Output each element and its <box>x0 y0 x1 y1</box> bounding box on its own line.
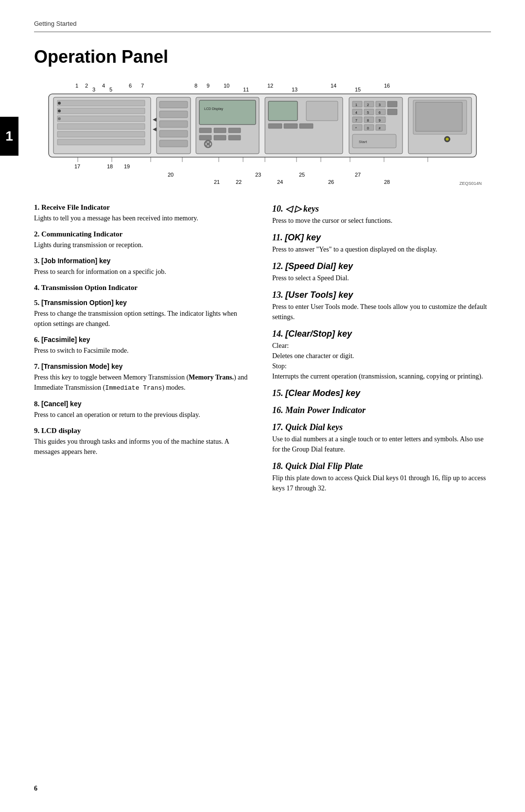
item-11-number: 11. <box>272 233 283 242</box>
left-column: 1. Receive File Indicator Lights to tell… <box>34 203 253 500</box>
item-13: 13. [User Tools] key Press to enter User… <box>272 290 491 322</box>
item-6: 6. [Facsimile] key Press to switch to Fa… <box>34 336 253 356</box>
svg-rect-54 <box>306 101 338 121</box>
svg-text:3: 3 <box>379 103 381 107</box>
item-2-body: Lights during transmission or reception. <box>34 240 253 250</box>
item-10-label: keys <box>303 204 319 214</box>
item-14-title: 14. [Clear/Stop] key <box>272 329 491 339</box>
svg-text:27: 27 <box>355 172 361 178</box>
svg-rect-29 <box>159 111 188 118</box>
item-7-title: 7. [Transmission Mode] key <box>34 362 253 371</box>
svg-text:4: 4 <box>102 83 105 89</box>
item-9: 9. LCD display This guides you through t… <box>34 427 253 457</box>
svg-rect-42 <box>214 135 226 140</box>
item-5-label: [Transmission Option] key <box>41 299 127 307</box>
svg-text:ZEQS014N: ZEQS014N <box>459 181 482 186</box>
svg-rect-59 <box>387 101 397 107</box>
page-container: 1 Getting Started Operation Panel 1 2 4 … <box>0 0 525 812</box>
item-7-label: [Transmission Mode] key <box>41 362 122 370</box>
item-12-title: 12. [Speed Dial] key <box>272 261 491 271</box>
svg-rect-31 <box>159 130 188 137</box>
svg-text:*: * <box>355 126 357 130</box>
svg-rect-68 <box>364 125 374 130</box>
device-svg: 1 2 4 3 5 6 7 8 9 10 11 12 13 14 15 16 <box>34 82 491 189</box>
svg-text:9: 9 <box>207 83 210 89</box>
item-10: 10. ◁ ▷ keys Press to move the cursor or… <box>272 203 491 226</box>
item-3-number: 3. <box>34 257 39 265</box>
svg-text:5: 5 <box>109 87 112 92</box>
item-3-label: [Job Information] key <box>41 257 110 265</box>
svg-rect-20 <box>57 116 145 122</box>
svg-text:2: 2 <box>85 83 88 89</box>
svg-text:1: 1 <box>355 103 357 107</box>
item-9-number: 9. <box>34 427 39 434</box>
svg-rect-66 <box>376 117 385 123</box>
item-2-label: Communicating Indicator <box>41 230 122 238</box>
item-3-body: Press to search for information on a spe… <box>34 267 253 277</box>
item-11-body: Press to answer "Yes" to a question disp… <box>272 244 491 254</box>
item-8: 8. [Cancel] key Press to cancel an opera… <box>34 400 253 420</box>
item-14-number: 14. <box>272 329 283 339</box>
svg-text:13: 13 <box>292 87 298 92</box>
svg-rect-86 <box>416 102 462 131</box>
item-15: 15. [Clear Modes] key <box>272 388 491 398</box>
item-9-body: This guides you through tasks and inform… <box>34 436 253 457</box>
item-5-body: Press to change the transmission option … <box>34 308 253 329</box>
svg-text:20: 20 <box>168 172 174 178</box>
svg-rect-62 <box>376 109 385 115</box>
item-5: 5. [Transmission Option] key Press to ch… <box>34 299 253 329</box>
svg-rect-58 <box>376 101 385 107</box>
svg-rect-57 <box>364 101 374 107</box>
item-12-body: Press to select a Speed Dial. <box>272 273 491 283</box>
svg-rect-18 <box>57 100 145 106</box>
item-7-immediate: Immediate Trans <box>105 384 162 392</box>
svg-text:22: 22 <box>236 179 242 185</box>
svg-text:6: 6 <box>379 111 381 114</box>
item-1-number: 1. <box>34 203 39 211</box>
svg-text:23: 23 <box>255 172 261 178</box>
item-6-title: 6. [Facsimile] key <box>34 336 253 344</box>
item-5-title: 5. [Transmission Option] key <box>34 299 253 307</box>
page-number: 6 <box>34 785 37 793</box>
svg-rect-51 <box>268 124 282 128</box>
item-3-title: 3. [Job Information] key <box>34 257 253 265</box>
svg-rect-53 <box>299 124 313 128</box>
svg-rect-63 <box>387 109 397 115</box>
svg-text:14: 14 <box>331 83 336 89</box>
chapter-tab: 1 <box>0 117 18 156</box>
page-title: Operation Panel <box>34 47 491 67</box>
item-16: 16. Main Power Indicator <box>272 405 491 415</box>
svg-rect-56 <box>352 101 362 107</box>
svg-point-25 <box>58 109 61 112</box>
svg-rect-41 <box>199 135 211 140</box>
svg-rect-30 <box>159 121 188 127</box>
svg-rect-39 <box>214 128 226 133</box>
svg-text:21: 21 <box>214 179 220 185</box>
svg-rect-23 <box>57 139 145 145</box>
item-7-body: Press this key to toggle between Memory … <box>34 372 253 393</box>
item-9-label: LCD display <box>41 427 81 434</box>
chapter-number: 1 <box>5 128 13 144</box>
item-14-body: Clear: Deletes one character or digit. S… <box>272 341 491 381</box>
item-15-label: [Clear Modes] key <box>285 388 360 398</box>
svg-text:15: 15 <box>355 87 361 92</box>
svg-text:12: 12 <box>267 83 273 89</box>
item-18-title: 18. Quick Dial Flip Plate <box>272 461 491 471</box>
item-2-number: 2. <box>34 230 39 238</box>
item-18-number: 18. <box>272 461 283 471</box>
item-2-title: 2. Communicating Indicator <box>34 230 253 238</box>
item-6-number: 6. <box>34 336 39 343</box>
svg-rect-38 <box>199 128 211 133</box>
right-column: 10. ◁ ▷ keys Press to move the cursor or… <box>272 203 491 500</box>
item-1: 1. Receive File Indicator Lights to tell… <box>34 203 253 223</box>
item-1-label: Receive File Indicator <box>41 203 110 211</box>
item-16-number: 16. <box>272 405 283 415</box>
item-17-title: 17. Quick Dial keys <box>272 422 491 433</box>
svg-rect-50 <box>268 101 298 121</box>
svg-text:7: 7 <box>355 119 357 122</box>
item-13-label: [User Tools] key <box>285 290 353 300</box>
svg-point-88 <box>446 138 449 141</box>
item-7-number: 7. <box>34 362 39 370</box>
item-10-body: Press to move the cursor or select funct… <box>272 216 491 226</box>
svg-text:28: 28 <box>384 179 390 185</box>
